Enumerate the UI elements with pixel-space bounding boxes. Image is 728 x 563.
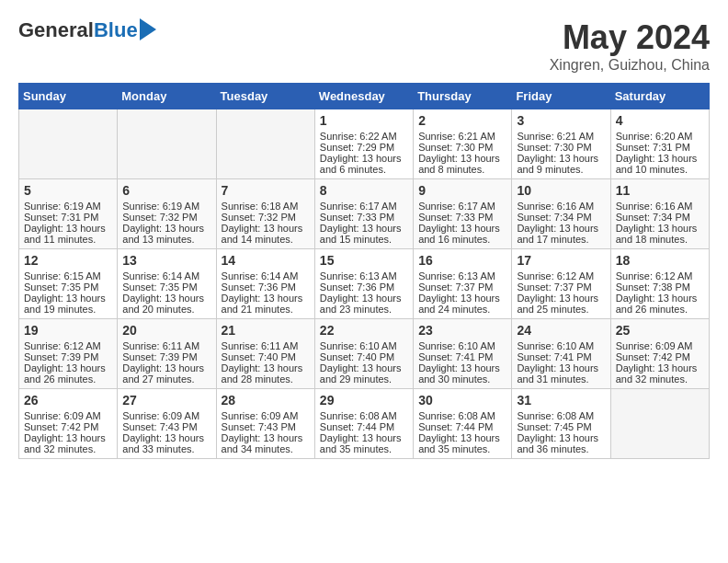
sunrise-text: Sunrise: 6:13 AM <box>320 270 397 282</box>
page-header: General Blue May 2024 Xingren, Guizhou, … <box>18 18 710 74</box>
daylight-text: Daylight: 13 hours and 31 minutes. <box>517 362 598 385</box>
daylight-text: Daylight: 13 hours and 33 minutes. <box>122 432 204 454</box>
title-section: May 2024 Xingren, Guizhou, China <box>550 18 710 74</box>
day-number: 25 <box>616 323 704 338</box>
day-number: 28 <box>222 393 310 408</box>
day-header-wednesday: Wednesday <box>314 84 413 109</box>
daylight-text: Daylight: 13 hours and 9 minutes. <box>517 153 598 175</box>
calendar-cell <box>118 109 216 179</box>
daylight-text: Daylight: 13 hours and 28 minutes. <box>222 362 303 385</box>
calendar-cell: 14Sunrise: 6:14 AMSunset: 7:36 PMDayligh… <box>216 249 314 319</box>
sunrise-text: Sunrise: 6:21 AM <box>418 131 495 142</box>
day-number: 9 <box>418 183 506 198</box>
daylight-text: Daylight: 13 hours and 25 minutes. <box>517 293 598 315</box>
sunset-text: Sunset: 7:40 PM <box>222 351 296 362</box>
sunset-text: Sunset: 7:42 PM <box>24 421 98 432</box>
calendar-cell: 19Sunrise: 6:12 AMSunset: 7:39 PMDayligh… <box>19 319 118 389</box>
sunset-text: Sunset: 7:31 PM <box>616 142 690 153</box>
sunset-text: Sunset: 7:37 PM <box>418 282 493 293</box>
day-header-sunday: Sunday <box>19 84 118 109</box>
daylight-text: Daylight: 13 hours and 32 minutes. <box>24 432 106 454</box>
sunset-text: Sunset: 7:35 PM <box>122 282 197 293</box>
day-number: 30 <box>418 393 506 408</box>
day-number: 24 <box>517 323 605 338</box>
calendar-week-1: 1Sunrise: 6:22 AMSunset: 7:29 PMDaylight… <box>19 109 710 179</box>
sunset-text: Sunset: 7:29 PM <box>320 142 394 153</box>
day-header-friday: Friday <box>512 84 610 109</box>
day-number: 22 <box>320 323 408 338</box>
daylight-text: Daylight: 13 hours and 34 minutes. <box>222 432 303 454</box>
sunrise-text: Sunrise: 6:22 AM <box>320 131 397 142</box>
calendar-cell: 24Sunrise: 6:10 AMSunset: 7:41 PMDayligh… <box>512 319 610 389</box>
daylight-text: Daylight: 13 hours and 8 minutes. <box>418 153 500 175</box>
sunset-text: Sunset: 7:34 PM <box>517 212 591 223</box>
calendar-cell: 28Sunrise: 6:09 AMSunset: 7:43 PMDayligh… <box>216 389 314 459</box>
sunrise-text: Sunrise: 6:18 AM <box>222 201 299 212</box>
sunrise-text: Sunrise: 6:09 AM <box>24 410 101 421</box>
daylight-text: Daylight: 13 hours and 10 minutes. <box>616 153 698 175</box>
daylight-text: Daylight: 13 hours and 35 minutes. <box>418 432 500 454</box>
calendar-cell: 1Sunrise: 6:22 AMSunset: 7:29 PMDaylight… <box>314 109 413 179</box>
location-text: Xingren, Guizhou, China <box>550 57 710 74</box>
daylight-text: Daylight: 13 hours and 16 minutes. <box>418 223 500 245</box>
calendar-cell <box>19 109 118 179</box>
daylight-text: Daylight: 13 hours and 32 minutes. <box>616 362 698 385</box>
calendar-cell <box>610 389 709 459</box>
sunset-text: Sunset: 7:32 PM <box>222 212 296 223</box>
sunrise-text: Sunrise: 6:12 AM <box>517 270 594 282</box>
calendar-cell: 8Sunrise: 6:17 AMSunset: 7:33 PMDaylight… <box>314 179 413 249</box>
day-number: 19 <box>24 323 112 338</box>
day-number: 18 <box>616 253 704 268</box>
sunrise-text: Sunrise: 6:17 AM <box>320 201 397 212</box>
sunset-text: Sunset: 7:44 PM <box>418 421 493 432</box>
sunset-text: Sunset: 7:30 PM <box>418 142 493 153</box>
daylight-text: Daylight: 13 hours and 6 minutes. <box>320 153 402 175</box>
sunset-text: Sunset: 7:44 PM <box>320 421 394 432</box>
calendar-week-3: 12Sunrise: 6:15 AMSunset: 7:35 PMDayligh… <box>19 249 710 319</box>
day-number: 29 <box>320 393 408 408</box>
logo-blue-text: Blue <box>94 18 138 42</box>
day-number: 11 <box>616 183 704 198</box>
sunrise-text: Sunrise: 6:19 AM <box>122 201 199 212</box>
logo-general-text: General <box>18 18 94 42</box>
sunrise-text: Sunrise: 6:11 AM <box>122 340 199 351</box>
calendar-cell: 20Sunrise: 6:11 AMSunset: 7:39 PMDayligh… <box>118 319 216 389</box>
logo: General Blue <box>18 18 156 42</box>
sunrise-text: Sunrise: 6:19 AM <box>24 201 101 212</box>
daylight-text: Daylight: 13 hours and 14 minutes. <box>222 223 303 245</box>
day-number: 27 <box>122 393 210 408</box>
daylight-text: Daylight: 13 hours and 23 minutes. <box>320 293 402 315</box>
calendar-cell: 7Sunrise: 6:18 AMSunset: 7:32 PMDaylight… <box>216 179 314 249</box>
calendar-table: SundayMondayTuesdayWednesdayThursdayFrid… <box>18 83 710 459</box>
day-number: 8 <box>320 183 408 198</box>
calendar-cell: 22Sunrise: 6:10 AMSunset: 7:40 PMDayligh… <box>314 319 413 389</box>
sunrise-text: Sunrise: 6:16 AM <box>616 201 693 212</box>
day-header-tuesday: Tuesday <box>216 84 314 109</box>
daylight-text: Daylight: 13 hours and 11 minutes. <box>24 223 106 245</box>
calendar-cell: 6Sunrise: 6:19 AMSunset: 7:32 PMDaylight… <box>118 179 216 249</box>
sunset-text: Sunset: 7:38 PM <box>616 282 690 293</box>
calendar-cell: 29Sunrise: 6:08 AMSunset: 7:44 PMDayligh… <box>314 389 413 459</box>
calendar-cell: 5Sunrise: 6:19 AMSunset: 7:31 PMDaylight… <box>19 179 118 249</box>
sunrise-text: Sunrise: 6:14 AM <box>122 270 199 282</box>
day-number: 6 <box>122 183 210 198</box>
calendar-cell: 16Sunrise: 6:13 AMSunset: 7:37 PMDayligh… <box>414 249 512 319</box>
sunrise-text: Sunrise: 6:14 AM <box>222 270 299 282</box>
sunrise-text: Sunrise: 6:16 AM <box>517 201 594 212</box>
day-number: 16 <box>418 253 506 268</box>
calendar-cell: 15Sunrise: 6:13 AMSunset: 7:36 PMDayligh… <box>314 249 413 319</box>
calendar-cell: 31Sunrise: 6:08 AMSunset: 7:45 PMDayligh… <box>512 389 610 459</box>
calendar-cell: 27Sunrise: 6:09 AMSunset: 7:43 PMDayligh… <box>118 389 216 459</box>
day-number: 5 <box>24 183 112 198</box>
calendar-cell <box>216 109 314 179</box>
calendar-cell: 12Sunrise: 6:15 AMSunset: 7:35 PMDayligh… <box>19 249 118 319</box>
sunset-text: Sunset: 7:36 PM <box>222 282 296 293</box>
daylight-text: Daylight: 13 hours and 13 minutes. <box>122 223 204 245</box>
day-number: 13 <box>122 253 210 268</box>
daylight-text: Daylight: 13 hours and 27 minutes. <box>122 362 204 385</box>
day-number: 15 <box>320 253 408 268</box>
calendar-cell: 26Sunrise: 6:09 AMSunset: 7:42 PMDayligh… <box>19 389 118 459</box>
daylight-text: Daylight: 13 hours and 18 minutes. <box>616 223 698 245</box>
day-header-thursday: Thursday <box>414 84 512 109</box>
day-number: 23 <box>418 323 506 338</box>
